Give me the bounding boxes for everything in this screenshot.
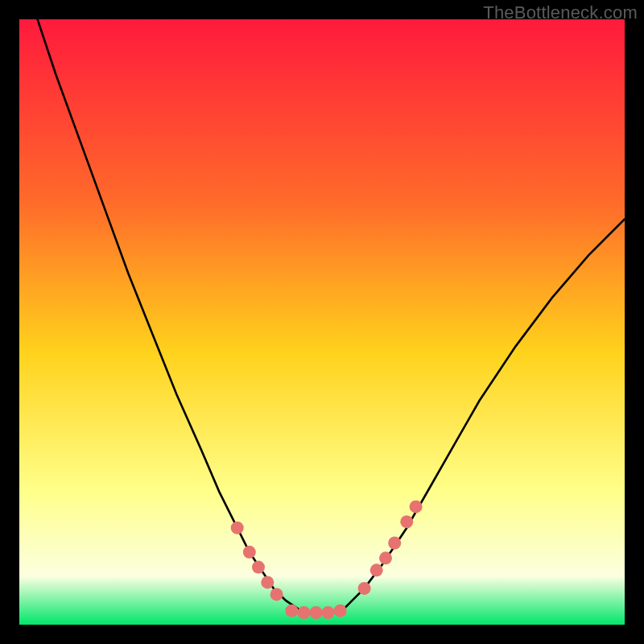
- curve-marker: [261, 576, 274, 588]
- watermark-text: TheBottleneck.com: [483, 2, 638, 23]
- curve-marker: [243, 546, 256, 559]
- curve-marker: [252, 561, 265, 574]
- curve-marker: [322, 606, 335, 619]
- curve-marker: [379, 551, 392, 564]
- curve-marker: [334, 605, 347, 617]
- curve-marker: [410, 500, 423, 513]
- curve-marker: [388, 537, 401, 550]
- curve-marker: [231, 522, 244, 535]
- curve-marker: [297, 606, 310, 619]
- curve-marker: [370, 564, 383, 576]
- curve-marker: [270, 588, 283, 601]
- curve-marker: [400, 515, 413, 528]
- curve-marker: [310, 606, 323, 619]
- curve-marker: [358, 582, 371, 595]
- chart-plot-area: [19, 19, 625, 625]
- curve-marker: [285, 605, 298, 617]
- chart-svg: [19, 19, 625, 625]
- chart-frame: TheBottleneck.com: [0, 0, 644, 644]
